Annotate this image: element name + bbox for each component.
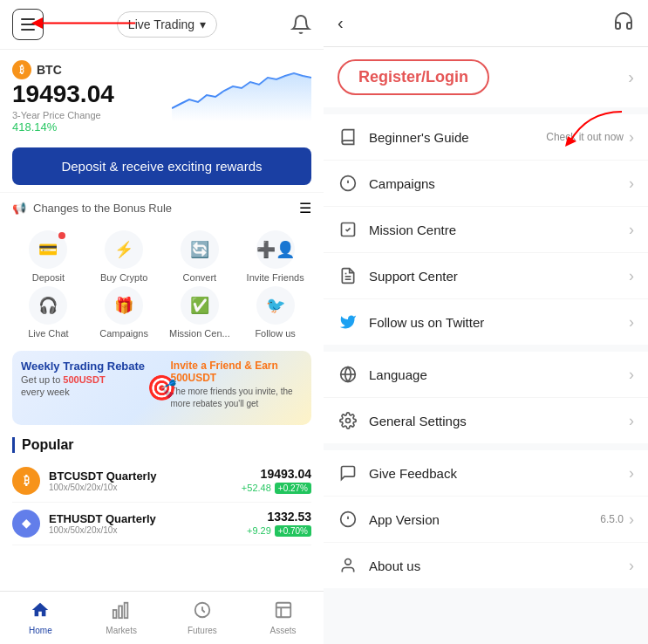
menu-item-mission-centre[interactable]: Mission Centre	[324, 207, 648, 253]
back-button[interactable]: ‹	[338, 13, 344, 33]
btc-section: ₿ BTC 19493.04 3-Year Price Change 418.1…	[0, 50, 324, 140]
svg-rect-4	[125, 603, 128, 618]
headset-icon[interactable]	[613, 10, 634, 36]
campaigns-right	[629, 175, 634, 193]
live-chat-circle-icon: 🎧	[29, 286, 67, 325]
language-chevron	[629, 366, 634, 384]
deposit-label: Deposit	[32, 272, 65, 283]
bell-icon[interactable]	[290, 14, 311, 35]
menu-section-1: Beginner's Guide Check it out now Campai…	[324, 114, 648, 345]
menu-item-general-settings[interactable]: General Settings	[324, 398, 648, 443]
support-center-menu-icon	[338, 265, 358, 286]
btcusdt-row[interactable]: ₿ BTCUSDT Quarterly 100x/50x/20x/10x 194…	[12, 460, 311, 503]
right-panel: ‹ Register/Login › Beginner's	[324, 0, 648, 644]
ethusdt-row[interactable]: ◆ ETHUSDT Quarterly 100x/50x/20x/10x 133…	[12, 503, 311, 545]
give-feedback-menu-label: Give Feedback	[369, 466, 457, 481]
twitter-right	[629, 313, 634, 332]
invite-friends-icon-item[interactable]: ➕👤 Invite Friends	[239, 230, 311, 283]
live-chat-icon-item[interactable]: 🎧 Live Chat	[12, 286, 85, 339]
list-icon: ☰	[299, 200, 311, 216]
banner-highlight: 500USDT	[63, 374, 105, 385]
beginners-guide-label: Beginner's Guide	[369, 130, 469, 145]
mission-centre-circle-icon: ✅	[181, 286, 219, 325]
mission-centre-icon-item[interactable]: ✅ Mission Cen...	[164, 286, 236, 339]
feedback-menu-icon	[338, 462, 358, 483]
buy-crypto-circle-icon: ⚡	[105, 230, 143, 269]
menu-item-app-version[interactable]: App Version 6.5.0	[324, 497, 648, 543]
ethusdt-right: 1332.53 +9.29 +0.70%	[247, 510, 311, 537]
btcusdt-leverage: 100x/50x/20x/10x	[49, 483, 157, 492]
ethusdt-price: 1332.53	[247, 510, 311, 524]
register-login-section[interactable]: Register/Login ›	[324, 47, 648, 107]
mission-centre-label: Mission Cen...	[169, 328, 230, 339]
convert-icon-item[interactable]: 🔄 Convert	[164, 230, 236, 283]
buy-crypto-icon-item[interactable]: ⚡ Buy Crypto	[88, 230, 160, 283]
markets-icon	[112, 600, 131, 624]
language-right	[629, 366, 634, 384]
btc-icon: ₿	[12, 60, 31, 79]
convert-label: Convert	[183, 272, 217, 283]
megaphone-icon: 📢	[12, 202, 26, 215]
menu-section-3: Give Feedback App Version 6.5.0	[324, 450, 648, 588]
svg-rect-2	[113, 610, 117, 618]
nav-home-label: Home	[29, 626, 52, 635]
about-us-left: About us	[338, 555, 420, 576]
nav-assets[interactable]: Assets	[242, 597, 324, 639]
bottom-navigation: Home Markets Futures Assets	[0, 591, 324, 644]
live-chat-label: Live Chat	[28, 328, 68, 339]
btcusdt-change-num: +52.48	[242, 483, 271, 494]
ethusdt-left: ◆ ETHUSDT Quarterly 100x/50x/20x/10x	[12, 510, 156, 538]
menu-item-campaigns[interactable]: Campaigns	[324, 161, 648, 207]
banner-right: Invite a Friend & Earn 500USDT The more …	[162, 351, 312, 425]
beginners-guide-left: Beginner's Guide	[338, 127, 469, 147]
register-login-button[interactable]: Register/Login	[338, 59, 489, 95]
beginners-guide-right: Check it out now	[546, 128, 634, 147]
invite-friends-circle-icon: ➕👤	[256, 230, 295, 269]
left-panel: Live Trading ▾ ₿ BTC 19493.04 3-Year Pri…	[0, 0, 324, 644]
buy-crypto-label: Buy Crypto	[100, 272, 147, 283]
banner-mascot-icon: 🎯	[147, 373, 177, 402]
app-version-menu-label: App Version	[369, 512, 440, 527]
campaigns-menu-label: Campaigns	[369, 176, 435, 191]
svg-rect-6	[276, 603, 290, 618]
book-icon	[338, 127, 358, 147]
nav-futures[interactable]: Futures	[162, 597, 243, 639]
nav-futures-label: Futures	[188, 626, 217, 635]
btcusdt-info: BTCUSDT Quarterly 100x/50x/20x/10x	[49, 469, 157, 492]
live-trading-label: Live Trading	[128, 17, 194, 31]
svg-point-14	[346, 419, 351, 423]
menu-item-support-center[interactable]: Support Center	[324, 253, 648, 299]
nav-assets-label: Assets	[270, 626, 297, 635]
twitter-menu-label: Follow us on Twitter	[369, 315, 484, 330]
deposit-icon-item[interactable]: 💳 Deposit	[12, 230, 85, 283]
follow-us-icon-item[interactable]: 🐦 Follow us	[239, 286, 311, 339]
campaigns-icon-item[interactable]: 🎁 Campaigns	[88, 286, 160, 339]
btcusdt-price: 19493.04	[242, 467, 311, 481]
deposit-button[interactable]: Deposit & receive exciting rewards	[12, 147, 311, 185]
menu-item-give-feedback[interactable]: Give Feedback	[324, 450, 648, 497]
mission-centre-menu-label: Mission Centre	[369, 223, 456, 237]
menu-item-about-us[interactable]: About us	[324, 543, 648, 588]
hamburger-icon	[21, 18, 35, 31]
futures-icon	[193, 600, 212, 624]
mission-centre-left: Mission Centre	[338, 219, 456, 240]
nav-home[interactable]: Home	[0, 597, 81, 639]
about-us-menu-label: About us	[369, 558, 420, 573]
menu-item-twitter[interactable]: Follow us on Twitter	[324, 299, 648, 345]
menu-item-beginners-guide[interactable]: Beginner's Guide Check it out now	[324, 114, 648, 161]
menu-item-language[interactable]: Language	[324, 352, 648, 398]
ethusdt-info: ETHUSDT Quarterly 100x/50x/20x/10x	[49, 512, 156, 535]
btc-price: 19493.04	[12, 81, 172, 108]
general-settings-menu-label: General Settings	[369, 414, 467, 428]
give-feedback-right	[629, 464, 634, 483]
banner-left: Weekly Trading Rebate Get up to 500USDT …	[12, 351, 162, 425]
btc-chart	[172, 60, 311, 121]
register-chevron-icon: ›	[628, 67, 634, 87]
support-center-right	[629, 267, 634, 285]
bonus-rule-left: 📢 Changes to the Bonus Rule	[12, 202, 172, 215]
nav-markets[interactable]: Markets	[81, 597, 162, 639]
hamburger-button[interactable]	[12, 9, 44, 40]
live-trading-button[interactable]: Live Trading ▾	[117, 11, 217, 38]
promotional-banner[interactable]: Weekly Trading Rebate Get up to 500USDT …	[12, 351, 311, 425]
general-settings-right	[629, 412, 634, 430]
